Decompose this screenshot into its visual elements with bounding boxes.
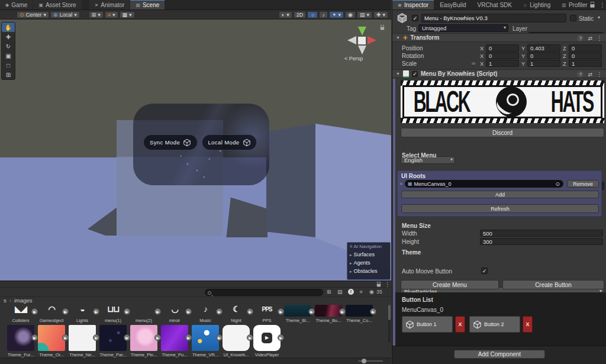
kebab-menu-icon[interactable]: ⋮ (597, 35, 602, 41)
foldout-icon[interactable]: ▼ (396, 72, 400, 76)
asset-item[interactable]: ⊔⊔▶menu(1) (98, 305, 128, 323)
refresh-button[interactable]: Refresh (401, 204, 599, 213)
presets-icon[interactable]: ⇄ (588, 72, 592, 78)
help-icon[interactable]: ? (577, 71, 584, 78)
add-ui-root-button[interactable]: Add (401, 191, 599, 198)
rotation-y-field[interactable]: 0 (527, 52, 560, 59)
asset-item[interactable]: ▶Theme_Pu... (159, 325, 190, 357)
drag-handle-icon[interactable]: = (399, 181, 402, 186)
snap-settings-button[interactable]: ▦▾ (120, 11, 135, 18)
help-icon[interactable]: ? (577, 35, 584, 41)
tab-game[interactable]: ◆Game (0, 0, 33, 9)
info-icon[interactable]: ! (348, 289, 354, 295)
search-by-type-icon[interactable]: ⊞ (327, 289, 331, 295)
local-mode-button[interactable]: Local Mode (202, 134, 257, 150)
ai-nav-obstacles[interactable]: ▸Obstacles (350, 268, 388, 274)
scale-y-field[interactable]: 1 (527, 60, 560, 67)
tab-inspector[interactable]: ◉Inspector (392, 0, 434, 9)
tab-vrchat-sdk[interactable]: VRChat SDK (472, 0, 517, 9)
gizmo-y-axis-cone[interactable] (358, 27, 366, 36)
inspector-lock-icon[interactable] (590, 4, 594, 7)
scene-audio-button[interactable]: ♪ (319, 11, 328, 18)
perspective-label[interactable]: < Persp (344, 56, 363, 62)
hand-tool-button[interactable]: ✋ (2, 22, 15, 32)
asset-item[interactable]: ▶Theme_Fur... (5, 325, 36, 357)
rotation-x-field[interactable]: 0 (486, 52, 519, 59)
transform-header[interactable]: ▼ ✚ Transform ?⇄⋮ (392, 33, 606, 42)
thumbnail-size-slider[interactable] (358, 360, 383, 362)
tab-lighting[interactable]: ☼Lighting (518, 0, 556, 9)
handle-local-button[interactable]: ⊕Local▾ (50, 11, 80, 18)
asset-item[interactable]: ◣◢▶Colliders (5, 305, 36, 323)
tab-animator[interactable]: ➤Animator (89, 0, 130, 9)
kebab-menu-icon[interactable]: ⋮ (385, 281, 391, 288)
breadcrumb-current[interactable]: images (14, 297, 33, 304)
asset-item[interactable]: ▶▶VideoPlayer (252, 325, 282, 357)
scrollbar-handle[interactable] (388, 305, 391, 320)
gizmo-axis-cone[interactable] (358, 46, 366, 54)
pivot-center-button[interactable]: ⊙Center▾ (17, 11, 49, 18)
asset-item[interactable]: ▶Theme_Pin... (128, 325, 159, 357)
breadcrumb-root[interactable]: s (4, 297, 7, 304)
search-by-label-icon[interactable]: ▤ (337, 289, 343, 295)
gizmo-axis-cone[interactable] (347, 36, 356, 44)
gizmo-lock-icon[interactable] (381, 27, 384, 30)
2d-mode-button[interactable]: 2D (294, 11, 307, 18)
object-picker-icon[interactable]: ⊙ (555, 181, 560, 187)
transform-tool-button[interactable]: ⊞ (2, 70, 15, 79)
asset-item[interactable]: ▶Theme_VR... (190, 325, 221, 357)
asset-item[interactable]: ◠▶Gameobject (36, 305, 67, 323)
effects-button[interactable]: ✦▾ (329, 11, 344, 18)
project-scrollbar[interactable] (388, 305, 391, 343)
gameobject-cube-icon[interactable] (397, 12, 408, 24)
scale-z-field[interactable]: 1 (569, 60, 602, 67)
kebab-menu-icon[interactable]: ⋮ (599, 2, 605, 8)
discord-button[interactable]: Discord (401, 128, 604, 137)
tab-scene[interactable]: ▦Scene (130, 0, 165, 9)
asset-item[interactable]: ▶Theme_Par... (98, 325, 128, 357)
asset-item[interactable]: ▶Theme_Co... (344, 305, 375, 323)
button-2-button[interactable]: Button 2 (469, 316, 520, 333)
rotate-tool-button[interactable]: ↻ (2, 41, 15, 51)
height-field[interactable]: 300 (480, 238, 603, 245)
gizmos-button[interactable]: ✚▾ (373, 11, 388, 18)
asset-item[interactable]: ☾▶Night (221, 305, 252, 323)
scene-viewport[interactable]: Sync Mode Local Mode < Persp ≡ AI Naviga… (0, 20, 391, 281)
kebab-menu-icon[interactable]: ⋮ (597, 71, 602, 78)
ai-nav-surfaces[interactable]: ▸Surfaces (350, 252, 388, 257)
lock-icon[interactable] (377, 284, 381, 287)
asset-item[interactable]: ▶Theme_Or... (36, 325, 67, 357)
button-1-button[interactable]: Button 1 (402, 316, 453, 333)
gizmo-center-cube[interactable] (358, 37, 366, 44)
tab-profiler[interactable]: ▥Profiler (556, 0, 592, 9)
remove-ui-root-button[interactable]: Remove (567, 180, 599, 188)
ai-nav-agents[interactable]: ▸Agents (350, 260, 388, 266)
asset-item[interactable]: ◡▶miroir (159, 305, 190, 323)
asset-item[interactable]: ▶Theme_Bl... (282, 305, 313, 323)
favorites-star-icon[interactable]: ★ (359, 289, 363, 295)
asset-item[interactable]: ▶menu(2) (128, 305, 159, 323)
presets-icon[interactable]: ⇄ (588, 36, 592, 41)
gameobject-name-field[interactable]: Menu - ByKnowhies V0.3 (421, 14, 566, 22)
asset-item[interactable]: ▶Theme_Bu... (313, 305, 344, 323)
create-menu-button[interactable]: Create Menu (401, 280, 499, 289)
grid-snap-button[interactable]: ⊞▾ (89, 11, 104, 18)
scale-link-icon[interactable]: ∞ (472, 60, 475, 66)
script-enabled-checkbox[interactable]: ✓ (412, 71, 418, 77)
create-button-button[interactable]: Create Button (502, 280, 604, 289)
asset-expand-arrow[interactable]: ▶ (370, 308, 376, 315)
scene-lighting-button[interactable]: ☼ (307, 11, 318, 18)
foldout-icon[interactable]: ▼ (396, 36, 400, 40)
asset-expand-arrow[interactable]: ▶ (278, 334, 284, 341)
tag-dropdown[interactable]: Untagged▾ (418, 24, 508, 32)
hidden-count-eye-icon[interactable]: ◉ (369, 289, 374, 295)
move-tool-button[interactable]: ✚ (2, 32, 15, 41)
width-field[interactable]: 500 (480, 230, 603, 237)
asset-item[interactable]: PPS▶PPS (252, 305, 282, 323)
camera-settings-button[interactable]: ▤▾ (357, 11, 372, 18)
delete-button-1-button[interactable]: X (455, 316, 465, 333)
add-component-button[interactable]: Add Component (454, 350, 545, 359)
tab-asset-store[interactable]: ▣Asset Store (33, 0, 81, 9)
slider-knob[interactable] (362, 359, 366, 363)
script-component-header[interactable]: ▼ ✓ Menu By Knowhies (Script) ?⇄⋮ (392, 69, 606, 78)
